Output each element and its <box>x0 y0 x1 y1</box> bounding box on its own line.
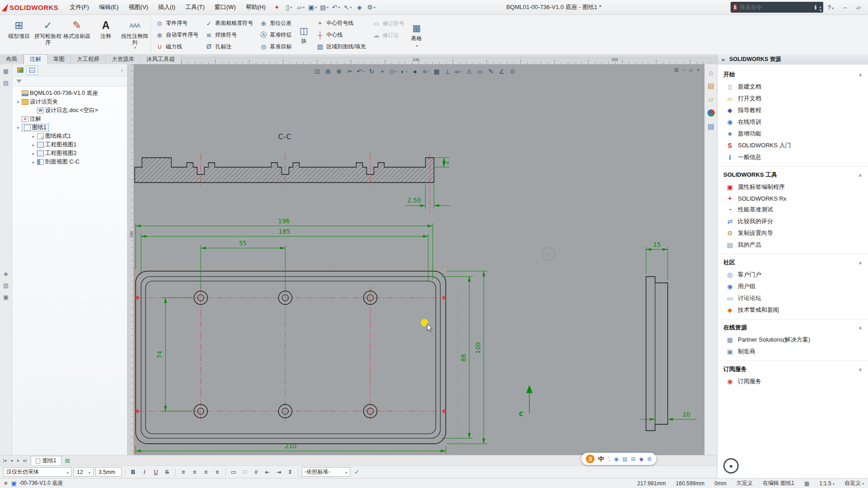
last-sheet-icon[interactable]: ▸| <box>22 458 28 463</box>
edit-color-icon[interactable]: ✎ <box>486 66 496 76</box>
dimension-185[interactable]: 185 <box>141 228 428 281</box>
magnifier-icon[interactable]: ⊙ <box>507 66 518 76</box>
taskpane-item-user-groups[interactable]: ◉用户组 <box>717 281 868 292</box>
dim-text-15[interactable]: 15 <box>653 241 660 248</box>
taskpane-item-general-info[interactable]: ℹ一般信息 <box>717 151 868 163</box>
display-style-icon[interactable]: ◐ <box>399 66 409 76</box>
chevron-up-icon[interactable]: ∧ <box>859 260 862 265</box>
tree-arrow[interactable]: ▸ <box>31 134 36 139</box>
chevron-up-icon[interactable]: ∧ <box>859 72 862 77</box>
section-header-community[interactable]: 社区∧ <box>717 254 868 269</box>
align-center-button[interactable]: ≡ <box>190 467 199 477</box>
side-profile[interactable] <box>646 277 668 431</box>
line-spacing-button[interactable]: ⇕ <box>285 467 295 477</box>
zoom-in-out-icon[interactable]: ⊕ <box>334 66 344 76</box>
panel-flyout-arrow-icon[interactable]: › <box>119 67 125 73</box>
border-button[interactable]: ▭ <box>229 467 238 477</box>
tree-item-sheet-format1[interactable]: ▸ 图纸格式1 <box>13 132 126 141</box>
selected-item-box[interactable]: 图纸1 <box>22 124 49 131</box>
open-document-button[interactable]: ▱ <box>295 2 307 13</box>
underline-button[interactable]: U <box>151 467 160 477</box>
dimension-10[interactable]: 10 <box>640 411 697 422</box>
tab-da-engineer[interactable]: 大工程师 <box>71 55 106 64</box>
tab-sketch[interactable]: 草图 <box>47 55 71 64</box>
hide-show-annotations-icon[interactable]: ∞ <box>453 66 463 76</box>
restore-button[interactable]: ▱ <box>852 2 865 13</box>
taskpane-item-customer-portal[interactable]: ◎客户门户 <box>717 269 868 281</box>
tab-mufeng-toolbox[interactable]: 沐风工具箱 <box>141 55 181 64</box>
grid-icon[interactable]: ▦ <box>431 66 442 76</box>
taskpane-item-manufacturers[interactable]: ▣制造商 <box>717 346 868 357</box>
print-button[interactable]: ▤ <box>318 2 330 13</box>
menu-edit[interactable]: 编辑(E) <box>94 0 123 14</box>
left-tool-icon-3[interactable]: ◈ <box>2 269 10 277</box>
tree-arrow[interactable]: ▾ <box>16 100 20 104</box>
view-boundary-box[interactable] <box>135 267 458 453</box>
sheet-tab-sheet1[interactable]: 图纸1 <box>31 456 61 465</box>
zoom-area-icon[interactable]: ⊞ <box>323 66 333 76</box>
warnings-icon[interactable]: ⚠ <box>464 66 474 76</box>
window-close-icon[interactable]: × <box>697 67 700 73</box>
search-icon[interactable] <box>815 5 816 10</box>
view-orientation-icon[interactable]: ◇ <box>388 66 398 76</box>
taskpane-item-new-document[interactable]: ▯新建文档 <box>717 81 868 93</box>
tree-item-design-binder[interactable]: ▾ 设计活页夹 <box>13 98 126 106</box>
taskbar-app-title[interactable]: -00-736-V1.0 底座 <box>19 479 63 487</box>
options-button[interactable]: ⚙ <box>365 2 377 13</box>
lip-edge[interactable] <box>141 277 440 438</box>
save-button[interactable]: ▣ <box>307 2 318 13</box>
menu-file[interactable]: 文件(F) <box>65 0 94 14</box>
block-button[interactable]: ◫ 块 <box>295 17 313 53</box>
taskpane-item-subscription-services[interactable]: ◉订阅服务 <box>717 375 868 387</box>
section-header-online-resources[interactable]: 在线资源∧ <box>717 319 868 334</box>
front-view[interactable]: 196 185 55 74 <box>135 217 533 453</box>
left-tool-icon-1[interactable]: ▦ <box>2 67 10 75</box>
ime-skin-icon[interactable]: ◆ <box>639 456 643 462</box>
side-view[interactable]: 15 10 <box>640 241 697 431</box>
note-button[interactable]: A 注释 <box>91 17 120 53</box>
spell-checker-button[interactable]: ✓ 拼写检验程序 <box>33 17 62 53</box>
dock-icon[interactable]: ⊞ <box>674 67 679 73</box>
linear-note-pattern-button[interactable]: AAA 线性注释阵列 <box>120 17 149 53</box>
file-explorer-icon[interactable]: ▱ <box>707 95 716 104</box>
window-minimize-icon[interactable]: – <box>682 67 685 73</box>
tree-item-annotations[interactable]: A 注解 <box>13 115 126 123</box>
taskpane-item-open-document[interactable]: ▱打开文档 <box>717 93 868 104</box>
menu-help[interactable]: 帮助(H) <box>241 0 270 14</box>
justify-button[interactable]: ≡ <box>212 467 222 477</box>
ime-punctuation-toggle[interactable]: ’, <box>608 456 610 462</box>
command-search[interactable]: S ▾ <box>731 2 823 13</box>
hole-callout-button[interactable]: Ø孔标注 <box>203 41 255 52</box>
ime-mic-icon[interactable]: ◉ <box>614 456 618 462</box>
home-icon[interactable]: ⌂ <box>707 68 716 77</box>
tree-arrow[interactable]: ▸ <box>31 160 36 164</box>
tree-arrow[interactable]: ▸ <box>31 143 36 147</box>
feedback-bubble-button[interactable]: ● <box>723 458 739 474</box>
dimension-2-50[interactable]: 2.50 <box>406 184 450 209</box>
rebuild-button[interactable]: ◈ <box>354 2 365 13</box>
ime-language-toggle[interactable]: 中 <box>598 455 604 463</box>
outdent-button[interactable]: ⇤ <box>263 467 272 477</box>
area-hatch-button[interactable]: ▨区域剖面线/填充 <box>314 41 368 52</box>
dim-text-10[interactable]: 10 <box>682 411 690 418</box>
section-header-sw-tools[interactable]: SOLIDWORKS 工具∧ <box>717 166 868 181</box>
taskpane-item-discussion-forum[interactable]: ▭讨论论坛 <box>717 292 868 304</box>
zoom-fit-icon[interactable]: ⊡ <box>312 66 322 76</box>
taskbar-menu-icon[interactable]: ≡ <box>4 480 8 487</box>
apply-standard-icon[interactable]: ✓ <box>352 467 362 477</box>
filter-funnel-icon[interactable] <box>16 80 22 83</box>
drawing-sheet[interactable]: C C-C 2 <box>134 64 704 455</box>
next-sheet-icon[interactable]: ▸ <box>15 458 22 463</box>
collapse-pane-icon[interactable]: « <box>722 56 725 63</box>
dim-text-196[interactable]: 196 <box>278 217 290 225</box>
menu-window[interactable]: 窗口(W) <box>210 0 241 14</box>
taskpane-item-performance-benchmark[interactable]: ◔性能基准测试 <box>717 204 868 216</box>
taskpane-item-whats-new[interactable]: ★新增功能 <box>717 128 868 140</box>
magnetic-line-button[interactable]: ∪磁力线 <box>153 41 201 52</box>
sheet-scale-select[interactable]: 1:1.5 <box>819 480 835 487</box>
balloon-button[interactable]: ⊙零件序号 <box>153 18 201 29</box>
text-height-field[interactable]: 3.5mm <box>95 467 122 477</box>
sogou-logo-icon[interactable]: S <box>586 455 594 463</box>
propertymanager-tab[interactable] <box>26 66 38 75</box>
trim-view-icon[interactable]: ✂ <box>344 66 355 76</box>
